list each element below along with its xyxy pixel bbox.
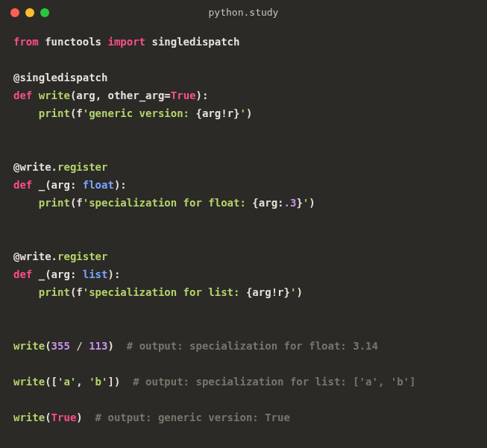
minimize-icon[interactable]: [25, 8, 34, 17]
code-line: write(True) # output: generic version: T…: [13, 411, 290, 423]
code-line: @singledispatch: [13, 72, 107, 83]
code-line: @write.register: [13, 161, 107, 173]
code-line: @write.register: [13, 250, 107, 262]
traffic-lights: [10, 8, 49, 17]
code-line: def write(arg, other_arg=True):: [13, 89, 208, 101]
zoom-icon[interactable]: [40, 8, 49, 17]
window-title: python.study: [0, 4, 487, 22]
code-line: print(f'specialization for list: {arg!r}…: [13, 286, 303, 298]
window-titlebar: python.study: [0, 0, 487, 25]
close-icon[interactable]: [10, 8, 19, 17]
code-block: from functools import singledispatch @si…: [0, 25, 487, 440]
code-line: write(['a', 'b']) # output: specializati…: [13, 376, 415, 388]
code-line: print(f'generic version: {arg!r}'): [13, 107, 252, 119]
code-line: write(355 / 113) # output: specializatio…: [13, 340, 378, 352]
code-line: def _(arg: float):: [13, 179, 127, 191]
code-line: print(f'specialization for float: {arg:.…: [13, 197, 315, 209]
code-line: def _(arg: list):: [13, 268, 120, 280]
code-line: from functools import singledispatch: [13, 36, 239, 48]
